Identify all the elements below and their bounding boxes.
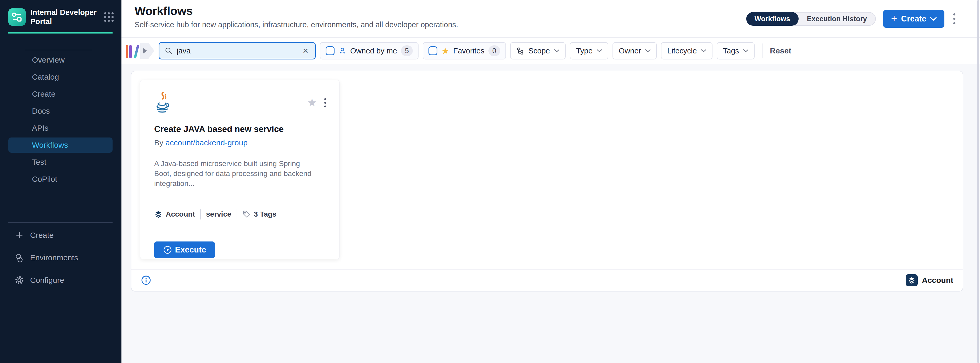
sidebar-bottom-create[interactable]: Create	[0, 225, 121, 245]
account-badge-label: Account	[922, 276, 953, 285]
page-header-left: Workflows Self-service hub for new appli…	[135, 0, 458, 37]
scope-dropdown[interactable]: Scope	[510, 42, 566, 59]
brand-title-line1: Internal Developer	[30, 8, 102, 17]
sidebar-item-docs[interactable]: Docs	[8, 103, 113, 119]
sidebar-bottom-label: Create	[30, 231, 54, 240]
workflow-description: A Java-based microservice built using Sp…	[154, 159, 314, 189]
sidebar-bottom-label: Configure	[30, 276, 64, 285]
sidebar-divider	[25, 50, 92, 50]
chevron-down-icon	[645, 49, 651, 53]
gear-icon	[14, 275, 24, 285]
search-box: ✕	[159, 42, 316, 59]
chevron-down-icon	[597, 49, 602, 53]
play-circle-icon	[163, 245, 172, 254]
owned-by-me-checkbox[interactable]	[326, 46, 334, 55]
app-root: Internal Developer Portal Overview Catal…	[0, 0, 980, 363]
owned-by-me-count: 5	[401, 45, 413, 56]
sidebar-divider	[8, 222, 113, 223]
filter-divider	[762, 43, 762, 58]
owner-group-link[interactable]: account/backend-group	[165, 138, 248, 147]
tags-meta-label: 3 Tags	[254, 210, 277, 218]
card-actions: ★	[307, 97, 327, 108]
content-area: ★ Create JAVA based new service By accou…	[121, 64, 980, 363]
info-icon[interactable]	[141, 275, 151, 285]
chevron-down-icon	[554, 49, 559, 53]
sidebar-bottom-environments[interactable]: Environments	[0, 248, 121, 267]
chevron-down-icon	[930, 17, 937, 21]
type-meta: service	[206, 210, 231, 218]
account-scope-badge: Account	[906, 274, 953, 286]
brand-row: Internal Developer Portal	[0, 0, 121, 26]
page-subtitle: Self-service hub for new applications, i…	[135, 21, 458, 29]
lifecycle-dropdown-label: Lifecycle	[667, 47, 697, 55]
sidebar-item-label: Test	[32, 158, 46, 167]
owner-dropdown[interactable]: Owner	[612, 42, 657, 59]
type-dropdown[interactable]: Type	[570, 42, 608, 59]
layers-icon	[154, 210, 162, 218]
sidebar-bottom-label: Environments	[30, 253, 78, 262]
owned-by-me-label: Owned by me	[350, 47, 397, 55]
sidebar-item-create[interactable]: Create	[8, 86, 113, 102]
sidebar-item-label: Catalog	[32, 73, 59, 81]
page-header: Workflows Self-service hub for new appli…	[121, 0, 980, 38]
sidebar-bottom-section: Create Environments Conf	[0, 222, 121, 290]
tags-dropdown[interactable]: Tags	[717, 42, 755, 59]
scope-meta: Account	[154, 210, 195, 218]
filter-owned-by-me[interactable]: Owned by me 5	[320, 42, 418, 59]
hierarchy-icon	[516, 47, 524, 55]
tab-execution-history[interactable]: Execution History	[799, 13, 875, 25]
person-icon	[339, 47, 346, 55]
by-prefix: By	[154, 138, 163, 147]
filter-toolbar: ✕ Owned by me 5 ★ Favorites 0	[121, 38, 980, 64]
type-meta-label: service	[206, 210, 231, 218]
favorite-star-icon[interactable]: ★	[307, 97, 317, 108]
search-icon	[165, 47, 172, 55]
sidebar-item-workflows[interactable]: Workflows	[8, 137, 113, 153]
sidebar-item-label: APIs	[32, 124, 48, 132]
favorites-count: 0	[488, 45, 500, 56]
card-kebab-menu-icon[interactable]	[323, 97, 327, 108]
tags-meta[interactable]: 3 Tags	[242, 210, 277, 218]
create-button-label: Create	[901, 14, 927, 24]
scope-dropdown-label: Scope	[528, 47, 550, 55]
sidebar-item-label: Docs	[32, 107, 50, 116]
sidebar-item-label: Workflows	[32, 141, 68, 150]
reset-filters-button[interactable]: Reset	[770, 46, 791, 55]
sidebar-item-label: Create	[32, 89, 56, 99]
app-switcher-grid-icon[interactable]	[104, 12, 114, 22]
sidebar-item-apis[interactable]: APIs	[8, 121, 113, 136]
create-button[interactable]: + Create	[883, 10, 944, 28]
workflows-panel: ★ Create JAVA based new service By accou…	[131, 71, 963, 291]
page-scrollbar[interactable]	[977, 0, 979, 363]
workflow-cards-area: ★ Create JAVA based new service By accou…	[131, 71, 963, 269]
sidebar-item-overview[interactable]: Overview	[8, 53, 113, 68]
sidebar-item-copilot[interactable]: CoPilot	[8, 172, 113, 187]
sidebar-item-catalog[interactable]: Catalog	[8, 69, 113, 84]
header-kebab-menu-icon[interactable]	[952, 12, 957, 26]
favorites-checkbox[interactable]	[428, 46, 438, 55]
card-top-row: ★	[154, 92, 327, 116]
clear-search-icon[interactable]: ✕	[302, 47, 310, 55]
workflow-card: ★ Create JAVA based new service By accou…	[140, 80, 339, 259]
owner-dropdown-label: Owner	[619, 47, 641, 55]
workflow-owner-line: By account/backend-group	[154, 138, 327, 147]
sidebar-nav: Overview Catalog Create Docs APIs Workfl…	[0, 53, 121, 187]
scope-meta-label: Account	[166, 210, 195, 218]
play-arrow-icon	[143, 48, 147, 54]
view-toggle-group: Workflows Execution History	[746, 12, 876, 25]
chevron-down-icon	[701, 49, 706, 53]
sidebar-bottom-configure[interactable]: Configure	[0, 270, 121, 290]
library-bars-icon[interactable]	[126, 44, 136, 58]
brand-accent-bar	[8, 32, 113, 33]
workflow-title: Create JAVA based new service	[154, 124, 327, 134]
search-input[interactable]	[177, 47, 298, 55]
sidebar-item-test[interactable]: Test	[8, 154, 113, 170]
meta-divider	[237, 209, 237, 220]
expand-filters-arrow[interactable]	[140, 43, 154, 59]
lifecycle-dropdown[interactable]: Lifecycle	[661, 42, 713, 59]
brand-title-line2: Portal	[30, 17, 102, 26]
workflow-meta-row: Account service	[154, 209, 327, 220]
tab-workflows[interactable]: Workflows	[746, 12, 799, 25]
filter-favorites[interactable]: ★ Favorites 0	[423, 42, 506, 59]
execute-button[interactable]: Execute	[154, 242, 215, 258]
